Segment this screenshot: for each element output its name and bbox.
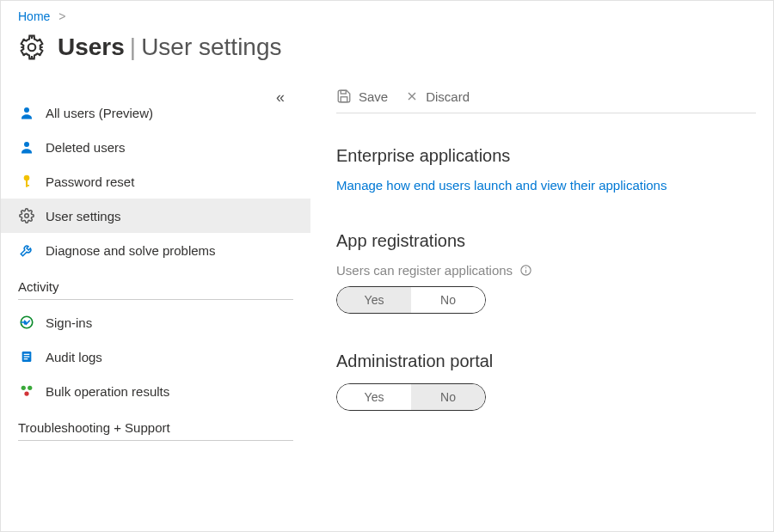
gear-icon bbox=[18, 34, 46, 61]
enterprise-apps-link[interactable]: Manage how end users launch and view the… bbox=[336, 178, 666, 193]
toggle-yes[interactable]: Yes bbox=[337, 287, 411, 313]
admin-portal-toggle[interactable]: Yes No bbox=[336, 383, 486, 411]
page-title: Users|User settings bbox=[58, 34, 282, 61]
save-icon bbox=[336, 89, 352, 104]
enterprise-apps-section: Enterprise applications Manage how end u… bbox=[336, 146, 756, 193]
toolbar: Save Discard bbox=[336, 89, 756, 113]
svg-point-6 bbox=[25, 214, 29, 218]
sidebar-item-deleted-users[interactable]: Deleted users bbox=[1, 130, 310, 164]
svg-point-12 bbox=[22, 386, 26, 390]
app-reg-desc: Users can register applications bbox=[336, 263, 756, 278]
divider bbox=[18, 440, 293, 441]
main-panel: Save Discard Enterprise applications Man… bbox=[310, 78, 773, 523]
svg-point-19 bbox=[525, 267, 526, 268]
sidebar-item-label: Password reset bbox=[46, 174, 134, 189]
section-title: Enterprise applications bbox=[336, 146, 756, 166]
svg-point-0 bbox=[28, 44, 36, 52]
sidebar-item-password-reset[interactable]: Password reset bbox=[1, 164, 310, 199]
section-title: App registrations bbox=[336, 231, 756, 251]
bulk-icon bbox=[18, 382, 35, 400]
collapse-icon[interactable]: « bbox=[276, 89, 285, 107]
user-icon bbox=[18, 104, 35, 121]
svg-rect-11 bbox=[24, 358, 28, 359]
admin-portal-section: Administration portal Yes No bbox=[336, 352, 756, 411]
svg-rect-16 bbox=[341, 97, 347, 102]
svg-point-14 bbox=[24, 391, 28, 395]
sidebar-item-sign-ins[interactable]: Sign-ins bbox=[1, 305, 310, 339]
svg-rect-15 bbox=[341, 90, 346, 94]
app-registrations-section: App registrations Users can register app… bbox=[336, 231, 756, 314]
chevron-right-icon: > bbox=[58, 9, 65, 23]
page-header: Users|User settings bbox=[1, 28, 773, 78]
info-icon[interactable] bbox=[519, 264, 532, 277]
svg-point-13 bbox=[28, 386, 32, 390]
sidebar-item-label: User settings bbox=[46, 209, 121, 223]
svg-point-1 bbox=[24, 107, 29, 113]
sidebar-item-label: Diagnose and solve problems bbox=[46, 243, 216, 258]
app-reg-toggle[interactable]: Yes No bbox=[336, 286, 486, 314]
sidebar-item-diagnose[interactable]: Diagnose and solve problems bbox=[1, 233, 310, 267]
sidebar-item-label: Sign-ins bbox=[46, 315, 92, 330]
logs-icon bbox=[18, 348, 35, 365]
sidebar-item-all-users[interactable]: All users (Preview) bbox=[1, 95, 310, 130]
sidebar-section-activity: Activity bbox=[1, 267, 310, 299]
breadcrumb: Home > bbox=[1, 1, 773, 28]
divider bbox=[18, 299, 293, 300]
toggle-no[interactable]: No bbox=[411, 287, 485, 313]
sidebar-section-troubleshoot: Troubleshooting + Support bbox=[1, 408, 310, 440]
sidebar-item-label: Deleted users bbox=[46, 140, 126, 155]
svg-rect-10 bbox=[24, 356, 30, 357]
section-title: Administration portal bbox=[336, 352, 756, 371]
sidebar-item-label: Bulk operation results bbox=[46, 384, 169, 399]
signin-icon bbox=[18, 314, 35, 331]
sidebar-item-user-settings[interactable]: User settings bbox=[1, 199, 310, 233]
sidebar-item-audit-logs[interactable]: Audit logs bbox=[1, 339, 310, 374]
discard-button[interactable]: Discard bbox=[405, 89, 470, 104]
user-icon bbox=[18, 138, 35, 156]
sidebar: « All users (Preview) Deleted users Pass… bbox=[1, 78, 310, 523]
save-button[interactable]: Save bbox=[336, 89, 388, 104]
svg-rect-5 bbox=[26, 185, 29, 187]
sidebar-item-bulk-ops[interactable]: Bulk operation results bbox=[1, 374, 310, 408]
sidebar-item-label: Audit logs bbox=[46, 350, 102, 364]
toggle-yes[interactable]: Yes bbox=[337, 384, 411, 410]
key-icon bbox=[18, 173, 35, 190]
tools-icon bbox=[18, 242, 35, 259]
svg-point-2 bbox=[24, 142, 29, 147]
close-icon bbox=[405, 89, 419, 103]
svg-point-3 bbox=[24, 175, 30, 181]
breadcrumb-home[interactable]: Home bbox=[18, 9, 50, 23]
toggle-no[interactable]: No bbox=[411, 384, 485, 410]
svg-rect-9 bbox=[24, 354, 30, 355]
gear-icon bbox=[18, 207, 35, 224]
sidebar-item-label: All users (Preview) bbox=[46, 106, 153, 120]
